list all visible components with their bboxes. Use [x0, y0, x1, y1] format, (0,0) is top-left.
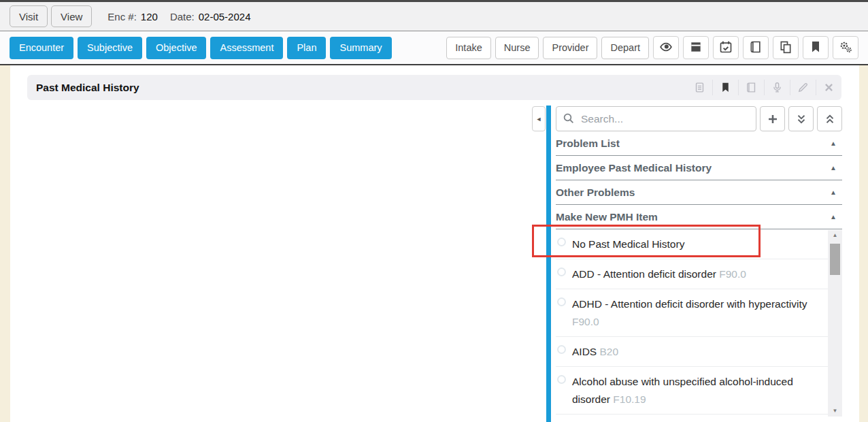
- pmh-picker-panel: Problem List ▲ Employee Past Medical His…: [556, 106, 842, 422]
- collapse-all-button[interactable]: [817, 106, 842, 131]
- group-label: Employee Past Medical History: [556, 162, 712, 174]
- tab-summary[interactable]: Summary: [330, 37, 391, 59]
- tab-subjective[interactable]: Subjective: [78, 37, 142, 59]
- settings-button[interactable]: [833, 36, 858, 59]
- encounter-number-label: Enc #:: [107, 11, 137, 22]
- list-item-no-past-medical-history[interactable]: No Past Medical History: [556, 229, 828, 259]
- nav-toolbar: Encounter Subjective Objective Assessmen…: [0, 31, 868, 65]
- bookmark-icon: [809, 40, 822, 56]
- intake-button[interactable]: Intake: [446, 37, 491, 59]
- list-item-alcohol-dependence[interactable]: Alcohol dependence with unspecified alco…: [556, 415, 828, 422]
- add-item-button[interactable]: [760, 106, 785, 131]
- copy-icon: [779, 40, 792, 56]
- radio-icon: [557, 297, 566, 306]
- radio-icon: [557, 375, 566, 384]
- page-title: Past Medical History: [36, 82, 139, 94]
- radio-icon: [557, 238, 566, 246]
- scroll-up-icon[interactable]: ▲: [833, 232, 838, 239]
- scrollbar-thumb[interactable]: [830, 244, 840, 275]
- copy-button[interactable]: [773, 36, 799, 59]
- view-button[interactable]: View: [51, 5, 92, 27]
- date-label: Date:: [170, 11, 195, 22]
- section-header-actions: [686, 75, 841, 100]
- collapse-caret-icon: ▲: [830, 189, 837, 196]
- pmh-section-header: Past Medical History: [27, 75, 841, 100]
- tab-objective[interactable]: Objective: [146, 37, 206, 59]
- calendar-check-icon: [719, 40, 733, 56]
- item-label: No Past Medical History: [572, 238, 684, 250]
- toolbar-right: Intake Nurse Provider Depart: [446, 36, 858, 59]
- book-icon: [749, 40, 763, 56]
- book-button[interactable]: [743, 36, 769, 59]
- depart-button[interactable]: Depart: [601, 37, 649, 59]
- panel-collapse-button[interactable]: ◄: [532, 106, 546, 131]
- list-item-add[interactable]: ADD - Attention deficit disorder F90.0: [556, 259, 828, 289]
- archive-icon: [689, 40, 703, 56]
- top-bar: Visit View Enc #: 120 Date: 02-05-2024: [0, 0, 868, 31]
- gears-icon: [839, 40, 852, 56]
- group-problem-list[interactable]: Problem List ▲: [556, 131, 842, 156]
- nurse-button[interactable]: Nurse: [495, 37, 539, 59]
- item-code: F90.0: [572, 316, 599, 327]
- section-tabs: Encounter Subjective Objective Assessmen…: [10, 37, 392, 59]
- item-code: F10.19: [613, 393, 646, 405]
- item-label: Alcohol abuse with unspecified alcohol-i…: [572, 376, 793, 405]
- group-employee-pmh[interactable]: Employee Past Medical History ▲: [556, 156, 842, 180]
- group-label: Make New PMH Item: [556, 211, 658, 223]
- group-label: Problem List: [556, 137, 620, 150]
- radio-icon: [557, 345, 566, 354]
- panel-accent-bar: [546, 106, 551, 422]
- app-window: Visit View Enc #: 120 Date: 02-05-2024 E…: [0, 0, 868, 422]
- group-label: Other Problems: [556, 186, 635, 199]
- provider-button[interactable]: Provider: [543, 37, 597, 59]
- search-field-wrap: [556, 106, 756, 131]
- item-label: ADHD - Attention deficit disorder with h…: [572, 298, 807, 310]
- tab-plan[interactable]: Plan: [287, 37, 326, 59]
- date-value: 02-05-2024: [199, 11, 251, 22]
- group-make-new-pmh-item[interactable]: Make New PMH Item ▲: [556, 205, 842, 229]
- list-item-aids[interactable]: AIDS B20: [556, 337, 828, 367]
- collapse-caret-icon: ▲: [830, 164, 837, 172]
- eye-icon: [659, 40, 673, 56]
- tab-assessment[interactable]: Assessment: [210, 37, 283, 59]
- expand-all-button[interactable]: [788, 106, 814, 131]
- item-label: ADD - Attention deficit disorder: [572, 268, 716, 280]
- encounter-number-value: 120: [141, 11, 158, 22]
- radio-icon: [557, 267, 566, 276]
- book-icon[interactable]: [738, 80, 764, 95]
- item-code: F90.0: [719, 268, 746, 280]
- pencil-icon[interactable]: [790, 80, 816, 95]
- calendar-check-button[interactable]: [713, 36, 739, 59]
- eye-button[interactable]: [653, 36, 679, 59]
- search-input[interactable]: [556, 106, 756, 131]
- tab-encounter[interactable]: Encounter: [10, 37, 73, 59]
- pmh-item-list: No Past Medical History ADD - Attention …: [556, 229, 828, 422]
- note-icon[interactable]: [686, 80, 712, 95]
- item-label: AIDS: [572, 346, 597, 357]
- search-icon: [563, 112, 575, 125]
- bookmark-button[interactable]: [803, 36, 829, 59]
- list-scrollbar[interactable]: ▲ ▼: [828, 230, 842, 417]
- collapse-caret-icon: ▲: [830, 140, 837, 147]
- search-row: [556, 106, 842, 131]
- microphone-icon[interactable]: [764, 80, 790, 95]
- scroll-down-icon[interactable]: ▼: [833, 408, 838, 415]
- bookmark-icon[interactable]: [712, 80, 738, 95]
- archive-button[interactable]: [683, 36, 709, 59]
- visit-button[interactable]: Visit: [10, 5, 48, 27]
- item-code: B20: [600, 346, 619, 357]
- close-icon[interactable]: [816, 80, 841, 95]
- collapse-caret-icon: ▲: [830, 213, 837, 221]
- list-item-adhd[interactable]: ADHD - Attention deficit disorder with h…: [556, 289, 828, 337]
- group-other-problems[interactable]: Other Problems ▲: [556, 180, 842, 205]
- list-item-alcohol-abuse[interactable]: Alcohol abuse with unspecified alcohol-i…: [556, 367, 828, 415]
